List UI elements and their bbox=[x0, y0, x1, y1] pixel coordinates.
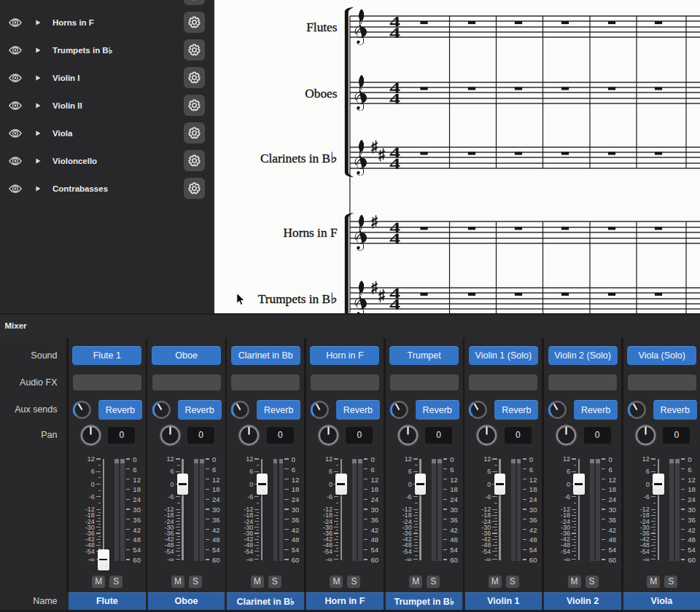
audio-fx-slot[interactable] bbox=[311, 374, 379, 391]
disclosure-triangle-icon[interactable] bbox=[36, 20, 41, 26]
aux-send-button[interactable]: Reverb bbox=[98, 400, 142, 420]
aux-send-knob[interactable] bbox=[389, 399, 410, 420]
sound-button[interactable]: Clarinet in Bb bbox=[231, 346, 300, 365]
sound-button[interactable]: Violin 2 (Solo) bbox=[548, 346, 618, 365]
fader-handle[interactable] bbox=[653, 474, 664, 495]
aux-send-knob[interactable] bbox=[71, 399, 93, 420]
fader-handle[interactable] bbox=[257, 474, 268, 495]
aux-send-knob[interactable] bbox=[230, 399, 251, 420]
disclosure-triangle-icon[interactable] bbox=[36, 158, 41, 164]
visibility-eye-icon[interactable] bbox=[9, 129, 22, 138]
pan-knob[interactable] bbox=[79, 423, 103, 447]
sound-button[interactable]: Oboe bbox=[152, 346, 221, 365]
audio-fx-slot[interactable] bbox=[628, 374, 696, 391]
mute-button[interactable]: M bbox=[568, 576, 581, 588]
track-settings-button[interactable] bbox=[184, 12, 205, 33]
track-settings-button[interactable] bbox=[184, 39, 205, 60]
channel-name-cell[interactable]: Clarinet in B♭ bbox=[227, 592, 304, 610]
staff-label[interactable]: Clarinets in B♭ bbox=[260, 149, 337, 165]
sound-button[interactable]: Violin 1 (Solo) bbox=[469, 346, 538, 365]
track-settings-button[interactable] bbox=[184, 122, 205, 144]
pan-value-box[interactable]: 0 bbox=[267, 427, 294, 444]
mute-button[interactable]: M bbox=[171, 576, 184, 588]
pan-value-box[interactable]: 0 bbox=[584, 427, 611, 444]
mute-button[interactable]: M bbox=[330, 576, 343, 588]
disclosure-triangle-icon[interactable] bbox=[36, 47, 41, 53]
pan-knob[interactable] bbox=[396, 423, 420, 447]
visibility-eye-icon[interactable] bbox=[9, 101, 22, 110]
fader-handle[interactable] bbox=[177, 474, 189, 495]
aux-send-button[interactable]: Reverb bbox=[336, 400, 380, 420]
solo-button[interactable]: S bbox=[109, 576, 122, 588]
pan-knob[interactable] bbox=[158, 423, 182, 447]
visibility-eye-icon[interactable] bbox=[9, 157, 22, 165]
pan-value-box[interactable]: 0 bbox=[108, 427, 135, 444]
solo-button[interactable]: S bbox=[664, 576, 677, 588]
aux-send-knob[interactable] bbox=[547, 399, 568, 420]
disclosure-triangle-icon[interactable] bbox=[36, 75, 41, 81]
staff-label[interactable]: Flutes bbox=[306, 20, 338, 34]
audio-fx-slot[interactable] bbox=[152, 374, 221, 391]
pan-value-box[interactable]: 0 bbox=[346, 427, 373, 444]
score-canvas[interactable]: FlutesOboesClarinets in B♭Horns in FTrum… bbox=[214, 0, 700, 313]
aux-send-knob[interactable] bbox=[467, 399, 489, 420]
aux-send-button[interactable]: Reverb bbox=[653, 400, 697, 420]
aux-send-knob[interactable] bbox=[626, 399, 648, 420]
aux-send-button[interactable]: Reverb bbox=[178, 400, 222, 420]
mute-button[interactable]: M bbox=[92, 576, 105, 588]
disclosure-triangle-icon[interactable] bbox=[36, 130, 41, 136]
visibility-eye-icon[interactable] bbox=[9, 184, 22, 193]
staff-label[interactable]: Horns in F bbox=[283, 226, 337, 240]
pan-value-box[interactable]: 0 bbox=[663, 427, 690, 444]
channel-name-cell[interactable]: Oboe bbox=[148, 592, 225, 610]
channel-name-cell[interactable]: Violin 2 bbox=[544, 592, 621, 610]
audio-fx-slot[interactable] bbox=[73, 374, 141, 391]
track-settings-button[interactable] bbox=[184, 178, 205, 199]
sound-button[interactable]: Flute 1 bbox=[72, 346, 141, 365]
pan-value-box[interactable]: 0 bbox=[187, 427, 214, 444]
fader-handle[interactable] bbox=[98, 549, 109, 570]
pan-knob[interactable] bbox=[475, 423, 499, 447]
fader-handle[interactable] bbox=[573, 474, 585, 495]
pan-knob[interactable] bbox=[316, 423, 341, 447]
visibility-eye-icon[interactable] bbox=[9, 74, 22, 82]
channel-name-cell[interactable]: Trumpet in B♭ bbox=[386, 592, 463, 610]
track-settings-button[interactable] bbox=[184, 67, 205, 88]
mute-button[interactable]: M bbox=[251, 576, 264, 588]
channel-name-cell[interactable]: Flute bbox=[69, 592, 146, 610]
track-settings-button[interactable] bbox=[184, 0, 205, 5]
fader-handle[interactable] bbox=[415, 474, 427, 495]
fader-handle[interactable] bbox=[335, 474, 347, 495]
aux-send-button[interactable]: Reverb bbox=[574, 400, 618, 420]
channel-name-cell[interactable]: Horn in F bbox=[306, 592, 384, 610]
audio-fx-slot[interactable] bbox=[469, 374, 537, 391]
pan-knob[interactable] bbox=[634, 423, 658, 447]
solo-button[interactable]: S bbox=[427, 576, 440, 588]
staff-label[interactable]: Trumpets in B♭ bbox=[257, 290, 337, 306]
disclosure-triangle-icon[interactable] bbox=[36, 103, 41, 109]
solo-button[interactable]: S bbox=[586, 576, 599, 588]
sound-button[interactable]: Viola (Solo) bbox=[627, 346, 696, 365]
solo-button[interactable]: S bbox=[268, 576, 281, 588]
channel-name-cell[interactable]: Violin 1 bbox=[465, 592, 542, 610]
pan-knob[interactable] bbox=[237, 423, 261, 447]
aux-send-knob[interactable] bbox=[151, 399, 172, 420]
mute-button[interactable]: M bbox=[489, 576, 502, 588]
track-settings-button[interactable] bbox=[184, 150, 205, 171]
aux-send-knob[interactable] bbox=[309, 399, 330, 420]
aux-send-button[interactable]: Reverb bbox=[494, 400, 538, 420]
fader-handle[interactable] bbox=[494, 474, 506, 495]
channel-name-cell[interactable]: Viola bbox=[623, 592, 700, 610]
disclosure-triangle-icon[interactable] bbox=[36, 186, 41, 192]
sound-button[interactable]: Horn in F bbox=[310, 346, 379, 365]
mute-button[interactable]: M bbox=[647, 576, 660, 588]
audio-fx-slot[interactable] bbox=[390, 374, 459, 391]
solo-button[interactable]: S bbox=[347, 576, 360, 588]
pan-value-box[interactable]: 0 bbox=[425, 427, 452, 444]
solo-button[interactable]: S bbox=[506, 576, 519, 588]
audio-fx-slot[interactable] bbox=[231, 374, 300, 391]
fader-track[interactable] bbox=[103, 459, 104, 560]
visibility-eye-icon[interactable] bbox=[9, 18, 22, 27]
solo-button[interactable]: S bbox=[189, 576, 202, 588]
mute-button[interactable]: M bbox=[409, 576, 422, 588]
